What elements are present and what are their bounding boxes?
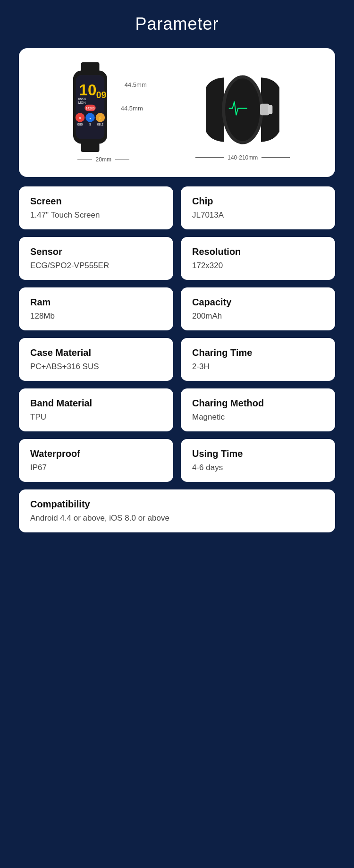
compatibility-label: Compatibility [30,499,324,510]
param-label: Capacity [192,297,231,308]
compatibility-card: Compatibility Android 4.4 or above, iOS … [19,489,335,532]
svg-text:10: 10 [79,81,96,99]
param-label: Using Time [192,448,243,459]
device-card: 10 05/01 MON 09 14200 ♥ ● [19,48,335,177]
compatibility-value: Android 4.4 or above, iOS 8.0 or above [30,514,324,523]
param-value: ECG/SPO2-VP555ER [30,261,109,270]
height-dimension: 44.5mm [125,81,147,88]
param-card-screen: Screen1.47" Touch Screen [19,186,173,229]
param-label: Waterproof [30,448,80,459]
param-value: 4-6 days [192,463,223,472]
param-card-band-material: Band MaterialTPU [19,388,173,431]
svg-text:080: 080 [77,123,83,126]
param-label: Screen [30,196,62,207]
param-card-charing-method: Charing MethodMagnetic [181,388,335,431]
svg-text:MON: MON [78,101,85,104]
param-value: 200mAh [192,312,222,321]
param-label: Charing Method [192,398,264,409]
svg-text:♥: ♥ [79,116,81,120]
param-value: 2-3H [192,362,210,371]
param-card-sensor: SensorECG/SPO2-VP555ER [19,237,173,280]
svg-text:●: ● [89,117,91,120]
param-card-using-time: Using Time4-6 days [181,439,335,482]
svg-text:14200: 14200 [85,107,94,110]
param-label: Chip [192,196,213,207]
param-value: 128Mb [30,312,55,321]
svg-text:9: 9 [89,123,91,126]
param-value: 172x320 [192,261,223,270]
watch-front-image: 10 05/01 MON 09 14200 ♥ ● [64,62,116,154]
param-label: Band Material [30,398,92,409]
param-label: Ram [30,297,51,308]
param-card-ram: Ram128Mb [19,287,173,330]
svg-text:08.2: 08.2 [97,123,103,126]
param-label: Sensor [30,246,62,257]
svg-text:⚡: ⚡ [98,116,102,120]
svg-text:05/01: 05/01 [78,97,86,101]
param-value: PC+ABS+316 SUS [30,362,99,371]
param-label: Case Material [30,347,91,358]
svg-point-21 [225,78,260,141]
device-front-view: 10 05/01 MON 09 14200 ♥ ● [64,62,143,163]
width-dim-label: 20mm [96,156,111,163]
band-dim-label: 140-210mm [228,154,258,161]
params-grid: Screen1.47" Touch ScreenChipJL7013ASenso… [19,186,335,482]
param-card-chip: ChipJL7013A [181,186,335,229]
param-label: Resolution [192,246,241,257]
param-card-case-material: Case MaterialPC+ABS+316 SUS [19,338,173,381]
param-card-charing-time: Charing Time2-3H [181,338,335,381]
page-title: Parameter [135,14,219,34]
svg-text:09: 09 [96,90,106,100]
svg-rect-22 [260,103,269,115]
param-value: IP67 [30,463,47,472]
param-value: 1.47" Touch Screen [30,211,100,220]
param-value: TPU [30,413,46,422]
param-value: Magnetic [192,413,225,422]
param-label: Charing Time [192,347,252,358]
height-dim-label: 44.5mm [121,105,143,112]
device-side-view: 140-210mm [195,65,290,161]
param-value: JL7013A [192,211,224,220]
svg-rect-23 [268,105,273,114]
param-card-capacity: Capacity200mAh [181,287,335,330]
param-card-resolution: Resolution172x320 [181,237,335,280]
param-card-waterproof: WaterproofIP67 [19,439,173,482]
